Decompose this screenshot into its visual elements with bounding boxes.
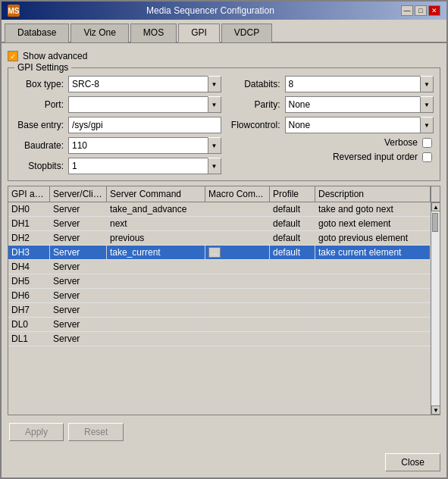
table-body: DH0Servertake_and_advancedefaulttake and… [8,202,431,415]
box-type-dropdown-arrow[interactable]: ▼ [208,76,221,92]
col-macro-command: Macro Com... [205,186,270,202]
browse-button[interactable]: ... [208,247,221,258]
title-buttons: — □ ✕ [401,5,440,16]
col-gpi-action: GPI action [8,186,50,202]
port-row: Port: ▼ [14,96,221,113]
scroll-up-button[interactable]: ▲ [431,202,440,211]
table-row[interactable]: DH6Server [8,289,431,303]
flowcontrol-row: Flowcontrol: None ▼ [227,117,434,133]
flowcontrol-dropdown-arrow[interactable]: ▼ [420,117,434,133]
tab-mos[interactable]: MOS [130,23,177,42]
close-title-button[interactable]: ✕ [428,5,440,16]
flowcontrol-label: Flowcontrol: [227,120,280,130]
scroll-thumb[interactable] [432,213,438,232]
minimize-button[interactable]: — [401,5,413,16]
app-icon: MS [8,5,20,17]
stopbits-row: Stopbits: 1 ▼ [14,158,221,174]
reversed-input-checkbox[interactable] [422,152,432,162]
port-select[interactable] [68,96,221,113]
base-entry-input[interactable] [68,117,221,133]
bottom-buttons: Apply Reset [8,420,440,444]
port-label: Port: [14,99,64,110]
show-advanced-label: Show advanced [23,51,87,61]
tab-bar: Database Viz One MOS GPI VDCP [2,20,446,43]
databits-dropdown-arrow[interactable]: ▼ [420,76,434,92]
baudrate-dropdown-arrow[interactable]: ▼ [208,137,221,154]
box-type-select[interactable]: SRC-8 [68,76,221,92]
tab-viz-one[interactable]: Viz One [70,23,128,42]
close-button[interactable]: Close [385,453,440,471]
stopbits-select-wrapper: 1 ▼ [68,158,221,174]
gpi-table: GPI action Server/Client Server Command … [8,186,440,415]
table-row[interactable]: DH0Servertake_and_advancedefaulttake and… [8,202,431,217]
databits-select[interactable]: 8 [285,76,434,92]
table-row[interactable]: DH4Server [8,260,431,274]
scrollbar[interactable]: ▲ ▼ [431,202,440,415]
parity-select[interactable]: None [285,96,434,113]
parity-select-wrapper: None ▼ [285,96,434,113]
stopbits-dropdown-arrow[interactable]: ▼ [208,158,221,174]
reversed-input-label: Reversed input order [333,152,418,162]
verbose-checkbox[interactable] [422,138,432,148]
table-row[interactable]: DH2Serverpreviousdefaultgoto previous el… [8,231,431,246]
scroll-down-button[interactable]: ▼ [431,405,440,415]
tab-database[interactable]: Database [5,23,69,42]
gpi-settings-group: GPI Settings Box type: SRC-8 ▼ [8,67,440,181]
table-row[interactable]: DL1Server [8,332,431,346]
group-title: GPI Settings [14,62,71,73]
databits-row: Databits: 8 ▼ [227,76,434,92]
apply-button[interactable]: Apply [9,423,64,441]
col-profile: Profile [270,186,315,202]
tab-vdcp[interactable]: VDCP [221,23,272,42]
title-bar: MS Media Sequencer Configuration — □ ✕ [2,2,446,20]
databits-label: Databits: [227,79,280,89]
scroll-track [431,211,440,405]
stopbits-label: Stopbits: [14,161,64,171]
col-server-client: Server/Client [50,186,107,202]
stopbits-select[interactable]: 1 [68,158,221,174]
reset-button[interactable]: Reset [68,423,124,441]
box-type-row: Box type: SRC-8 ▼ [14,76,221,92]
base-entry-label: Base entry: [14,120,64,130]
baudrate-row: Baudrate: 110 ▼ [14,137,221,154]
content-area: ✓ Show advanced GPI Settings Box type: S… [2,43,446,450]
table-row[interactable]: DL0Server [8,318,431,332]
table-row[interactable]: DH5Server [8,274,431,289]
verbose-row: Verbose [227,137,434,148]
table-header: GPI action Server/Client Server Command … [8,186,440,202]
table-row[interactable]: DH3Servertake_current...defaulttake curr… [8,246,431,260]
box-type-select-wrapper: SRC-8 ▼ [68,76,221,92]
flowcontrol-select[interactable]: None [285,117,434,133]
show-advanced-row: ✓ Show advanced [8,49,440,63]
main-window: MS Media Sequencer Configuration — □ ✕ D… [0,0,448,479]
col-description: Description [315,186,431,202]
table-row[interactable]: DH1Servernextdefaultgoto next element [8,217,431,231]
base-entry-row: Base entry: [14,117,221,133]
reversed-input-row: Reversed input order [227,152,434,162]
baudrate-label: Baudrate: [14,140,64,151]
parity-row: Parity: None ▼ [227,96,434,113]
maximize-button[interactable]: □ [415,5,427,16]
col-server-command: Server Command [107,186,205,202]
footer: Close [2,450,446,477]
parity-label: Parity: [227,99,280,110]
tab-gpi[interactable]: GPI [178,23,220,42]
port-dropdown-arrow[interactable]: ▼ [208,96,221,113]
show-advanced-checkbox[interactable]: ✓ [8,51,18,61]
parity-dropdown-arrow[interactable]: ▼ [420,96,434,113]
baudrate-select-wrapper: 110 ▼ [68,137,221,154]
table-row[interactable]: DH7Server [8,303,431,318]
baudrate-select[interactable]: 110 [68,137,221,154]
window-title: Media Sequencer Configuration [20,5,401,16]
box-type-label: Box type: [14,79,64,89]
databits-select-wrapper: 8 ▼ [285,76,434,92]
verbose-label: Verbose [384,137,418,148]
port-select-wrapper: ▼ [68,96,221,113]
flowcontrol-select-wrapper: None ▼ [285,117,434,133]
